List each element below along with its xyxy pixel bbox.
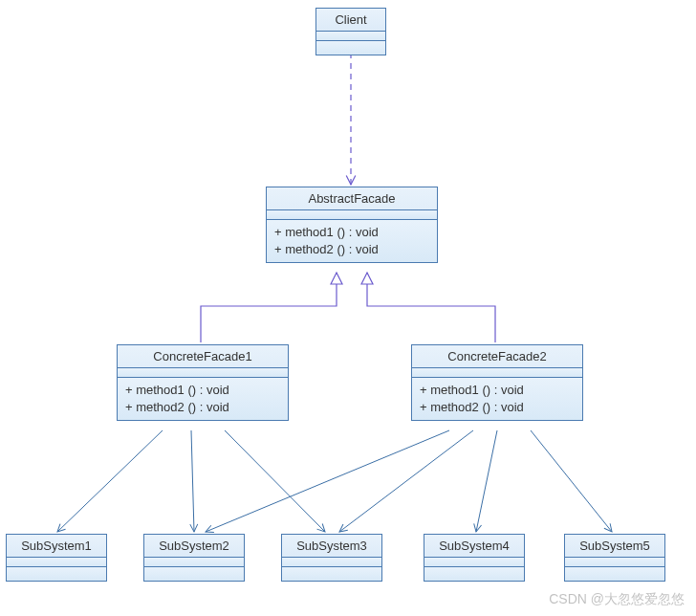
method: + method2 () : void xyxy=(274,241,429,258)
class-methods xyxy=(282,567,381,581)
method: + method1 () : void xyxy=(420,382,575,399)
class-title: SubSystem4 xyxy=(424,535,524,558)
class-subsystem-4: SubSystem4 xyxy=(424,534,525,582)
method: + method2 () : void xyxy=(420,399,575,416)
watermark: CSDN @大忽悠爱忽悠 xyxy=(549,591,685,608)
svg-line-7 xyxy=(531,430,612,532)
class-attrs xyxy=(118,368,288,378)
class-methods xyxy=(7,567,106,581)
svg-line-2 xyxy=(191,430,194,532)
class-concrete-facade-1: ConcreteFacade1 + method1 () : void + me… xyxy=(117,344,289,421)
class-attrs xyxy=(565,558,664,567)
class-client: Client xyxy=(315,8,386,55)
method: + method1 () : void xyxy=(125,382,280,399)
class-methods: + method1 () : void + method2 () : void xyxy=(412,378,582,420)
class-methods: + method1 () : void + method2 () : void xyxy=(118,378,288,420)
class-subsystem-2: SubSystem2 xyxy=(143,534,245,582)
class-title: ConcreteFacade2 xyxy=(412,345,582,368)
class-subsystem-5: SubSystem5 xyxy=(564,534,665,582)
method: + method2 () : void xyxy=(125,399,280,416)
class-attrs xyxy=(7,558,106,567)
class-title: AbstractFacade xyxy=(267,187,437,210)
class-methods xyxy=(565,567,664,581)
class-attrs xyxy=(412,368,582,378)
svg-line-6 xyxy=(476,430,497,532)
class-methods: + method1 () : void + method2 () : void xyxy=(267,220,437,262)
class-methods xyxy=(144,567,244,581)
class-abstract-facade: AbstractFacade + method1 () : void + met… xyxy=(266,187,438,263)
svg-line-4 xyxy=(206,430,449,532)
class-methods xyxy=(424,567,524,581)
class-title: SubSystem3 xyxy=(282,535,381,558)
class-title: SubSystem2 xyxy=(144,535,244,558)
class-title: ConcreteFacade1 xyxy=(118,345,288,368)
svg-line-5 xyxy=(339,430,473,532)
class-attrs xyxy=(282,558,381,567)
class-concrete-facade-2: ConcreteFacade2 + method1 () : void + me… xyxy=(411,344,583,421)
class-attrs xyxy=(316,32,385,41)
svg-line-3 xyxy=(225,430,325,532)
svg-line-1 xyxy=(57,430,163,532)
class-subsystem-3: SubSystem3 xyxy=(281,534,382,582)
class-title: Client xyxy=(316,9,385,32)
method: + method1 () : void xyxy=(274,224,429,241)
class-attrs xyxy=(144,558,244,567)
class-title: SubSystem1 xyxy=(7,535,106,558)
class-subsystem-1: SubSystem1 xyxy=(6,534,107,582)
class-attrs xyxy=(424,558,524,567)
class-methods xyxy=(316,41,385,55)
class-title: SubSystem5 xyxy=(565,535,664,558)
class-attrs xyxy=(267,210,437,220)
